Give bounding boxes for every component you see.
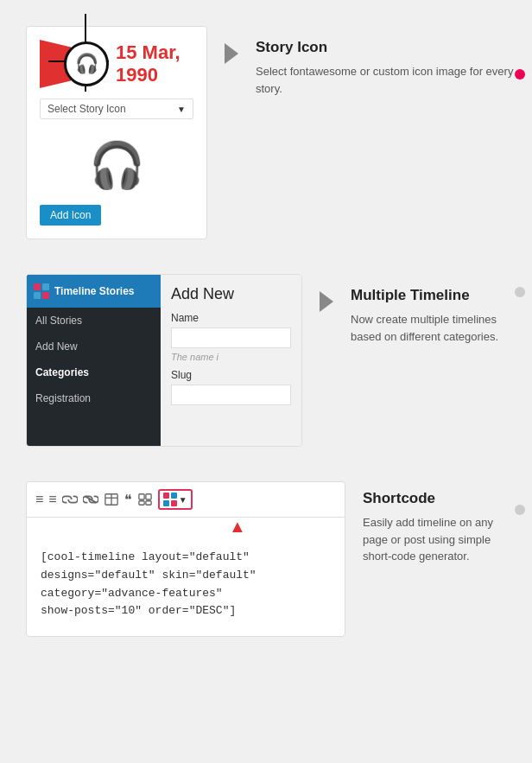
timeline-text: Now create multiple timelines based on d…	[351, 311, 515, 345]
sg-cell-1	[163, 493, 169, 499]
grid-cell-2	[42, 283, 49, 290]
sg-cell-2	[171, 493, 177, 499]
shortcode-text: [cool-timeline layout="default" designs=…	[27, 538, 345, 634]
wp-content-area: Add New Name The name i Slug	[161, 275, 301, 446]
align-right-icon[interactable]: ≡	[48, 492, 56, 507]
plugin-name-label: Timeline Stories	[54, 285, 134, 297]
shortcode-text-desc: Easily add timeline on any page or post …	[363, 514, 515, 565]
link-icon[interactable]	[62, 493, 78, 505]
right-arrow-icon	[225, 43, 238, 64]
dropdown-arrow-icon: ▼	[177, 105, 186, 114]
menu-all-stories[interactable]: All Stories	[27, 308, 161, 334]
arrow-connector-2	[320, 274, 333, 312]
right-arrow-icon-2	[320, 291, 333, 312]
timeline-desc: Multiple Timeline Now create multiple ti…	[351, 274, 515, 345]
main-content: 🎧 15 Mar, 1990 Select Story Icon ▼ 🎧 Add…	[0, 0, 532, 663]
sg-cell-4	[171, 500, 177, 506]
menu-categories[interactable]: Categories	[27, 359, 161, 385]
wp-sidebar: Timeline Stories All Stories Add New Cat…	[27, 275, 161, 446]
align-left-icon[interactable]: ≡	[35, 492, 43, 507]
shortcode-dropdown-arrow: ▼	[179, 495, 187, 505]
story-icon-card: 🎧 15 Mar, 1990 Select Story Icon ▼ 🎧 Add…	[26, 26, 207, 239]
arrow-connector-1	[225, 26, 238, 64]
story-icon-section: 🎧 15 Mar, 1990 Select Story Icon ▼ 🎧 Add…	[26, 26, 515, 239]
slug-label: Slug	[171, 369, 291, 381]
plugin-grid-icon	[34, 283, 49, 299]
icon-large-preview: 🎧	[40, 126, 193, 205]
name-label: Name	[171, 312, 291, 324]
grid-icon[interactable]	[137, 493, 153, 506]
timeline-title: Multiple Timeline	[351, 287, 515, 304]
name-input[interactable]	[171, 327, 291, 348]
plugin-title-bar: Timeline Stories	[27, 275, 161, 308]
unlink-icon[interactable]	[83, 493, 98, 505]
timeline-card: Timeline Stories All Stories Add New Cat…	[26, 274, 302, 447]
svg-rect-4	[139, 494, 144, 499]
nav-dot-1[interactable]	[515, 69, 525, 79]
nav-dot-2[interactable]	[515, 287, 525, 297]
grid-cell-4	[42, 292, 49, 299]
story-icon-title: Story Icon	[256, 39, 515, 56]
svg-rect-7	[146, 501, 151, 505]
menu-registration[interactable]: Registration	[27, 385, 161, 411]
grid-cell-1	[34, 283, 41, 290]
shortcode-title: Shortcode	[363, 490, 515, 507]
quote-icon[interactable]: ❝	[124, 492, 132, 508]
svg-rect-6	[139, 501, 144, 505]
shortcode-code: [cool-timeline layout="default" designs=…	[41, 549, 331, 620]
menu-add-new[interactable]: Add New	[27, 334, 161, 359]
select-icon-dropdown[interactable]: Select Story Icon ▼	[40, 99, 193, 119]
preview-headphone-icon: 🎧	[89, 140, 145, 190]
shortcode-desc: Shortcode Easily add timeline on any pag…	[363, 481, 515, 565]
shortcode-card: ≡ ≡	[26, 481, 345, 637]
red-arrow-indicator: ▲	[27, 518, 345, 538]
select-icon-label: Select Story Icon	[48, 103, 177, 115]
up-arrow-icon: ▲	[229, 517, 246, 536]
headphone-icon: 🎧	[75, 53, 98, 75]
table-icon[interactable]	[104, 493, 119, 506]
grid-cell-3	[34, 292, 41, 299]
slug-input[interactable]	[171, 385, 291, 405]
editor-toolbar: ≡ ≡	[27, 482, 345, 518]
multiple-timeline-section: Timeline Stories All Stories Add New Cat…	[26, 274, 515, 447]
svg-rect-5	[146, 494, 151, 499]
add-icon-button[interactable]: Add Icon	[40, 205, 101, 226]
shortcode-grid-icon	[163, 493, 177, 506]
nav-dot-3[interactable]	[515, 505, 525, 515]
shortcode-section: ≡ ≡	[26, 481, 515, 637]
story-icon-text: Select fontawesome or custom icon image …	[256, 63, 515, 97]
sg-cell-3	[163, 500, 169, 506]
story-date: 15 Mar, 1990	[116, 41, 193, 86]
story-icon-desc: Story Icon Select fontawesome or custom …	[256, 26, 515, 97]
headphone-circle: 🎧	[64, 41, 109, 86]
nav-dots	[515, 69, 525, 515]
add-new-heading: Add New	[171, 285, 291, 303]
name-hint: The name i	[171, 352, 291, 362]
shortcode-generator-button[interactable]: ▼	[158, 489, 193, 510]
